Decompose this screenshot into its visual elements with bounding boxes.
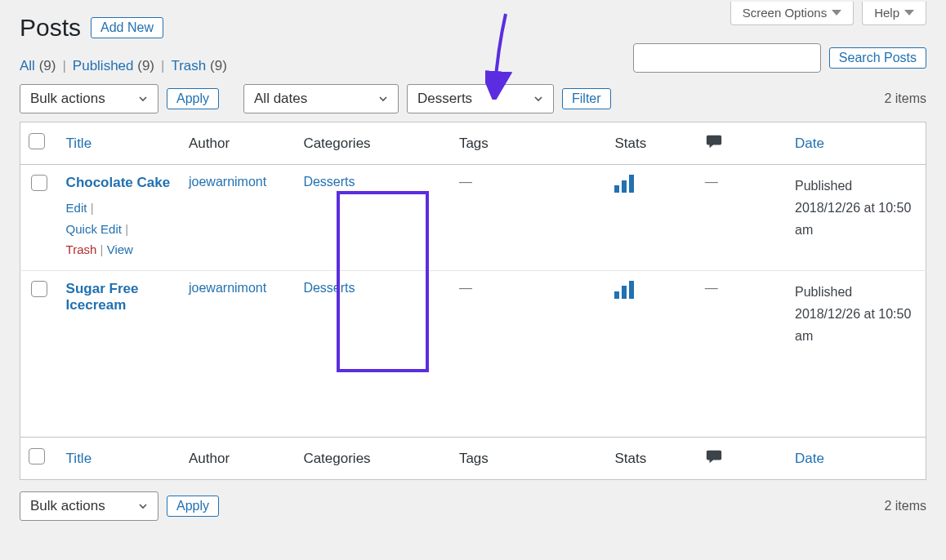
screen-options-label: Screen Options: [743, 6, 827, 20]
tags-value: —: [459, 175, 472, 189]
post-title-link[interactable]: Chocolate Cake: [66, 175, 172, 191]
tags-value: —: [459, 281, 472, 295]
col-date[interactable]: Date: [795, 136, 824, 151]
search-posts-button[interactable]: Search Posts: [829, 47, 926, 69]
select-all-checkbox[interactable]: [29, 133, 45, 149]
author-link[interactable]: joewarnimont: [189, 281, 266, 295]
category-filter-select[interactable]: Desserts: [407, 84, 554, 113]
bulk-actions-value: Bulk actions: [30, 91, 105, 107]
caret-down-icon: [832, 10, 841, 16]
col-title[interactable]: Title: [66, 136, 92, 151]
caret-down-icon: [904, 10, 914, 16]
view-published[interactable]: Published: [73, 58, 134, 73]
col-categories: Categories: [303, 136, 370, 151]
table-row: Chocolate Cake Edit | Quick Edit | Trash…: [20, 165, 926, 271]
col-tags: Tags: [459, 136, 489, 151]
col-title[interactable]: Title: [66, 451, 92, 466]
col-tags: Tags: [459, 451, 489, 466]
row-checkbox[interactable]: [31, 175, 47, 191]
bulk-actions-select[interactable]: Bulk actions: [20, 84, 158, 113]
row-actions: Edit | Quick Edit | Trash | View: [66, 198, 172, 260]
date-value: 2018/12/26 at 10:50 am: [795, 307, 911, 343]
chevron-down-icon: [377, 92, 390, 105]
post-title-link[interactable]: Sugar Free Icecream: [66, 281, 172, 313]
view-link[interactable]: View: [107, 242, 133, 256]
date-filter-value: All dates: [254, 91, 307, 107]
category-filter-value: Desserts: [417, 91, 472, 107]
col-author: Author: [189, 136, 230, 151]
posts-table: Title Author Categories Tags Stats Date …: [20, 122, 926, 480]
view-trash-count: (9): [210, 58, 227, 73]
date-value: 2018/12/26 at 10:50 am: [795, 201, 911, 237]
edit-link[interactable]: Edit: [66, 201, 87, 215]
select-all-checkbox-bottom[interactable]: [29, 448, 45, 464]
chevron-down-icon: [532, 92, 545, 105]
add-new-button[interactable]: Add New: [91, 17, 163, 38]
col-stats: Stats: [614, 136, 646, 151]
col-categories: Categories: [303, 451, 370, 466]
chevron-down-icon: [136, 92, 149, 105]
filter-button[interactable]: Filter: [562, 88, 611, 109]
category-link[interactable]: Desserts: [303, 281, 355, 295]
chevron-down-icon: [136, 500, 149, 513]
apply-button[interactable]: Apply: [167, 88, 219, 109]
quick-edit-link[interactable]: Quick Edit: [66, 222, 122, 236]
search-input[interactable]: [633, 43, 821, 73]
items-count: 2 items: [884, 91, 926, 106]
bulk-actions-select-bottom[interactable]: Bulk actions: [20, 491, 158, 521]
col-date[interactable]: Date: [795, 451, 824, 466]
date-status: Published: [795, 179, 852, 193]
comments-value: —: [705, 281, 718, 295]
comment-icon: [705, 447, 723, 465]
view-all-count: (9): [39, 58, 56, 73]
bulk-actions-value: Bulk actions: [30, 498, 105, 514]
view-published-count: (9): [137, 58, 154, 73]
date-filter-select[interactable]: All dates: [243, 84, 399, 113]
screen-options-button[interactable]: Screen Options: [730, 2, 854, 25]
page-title: Posts: [20, 14, 81, 42]
col-stats: Stats: [614, 451, 646, 466]
col-author: Author: [189, 451, 230, 466]
stats-icon[interactable]: [614, 281, 688, 299]
category-link[interactable]: Desserts: [303, 175, 355, 189]
comment-icon: [705, 132, 723, 150]
table-row: Sugar Free Icecream joewarnimont Dessert…: [20, 270, 926, 438]
view-all[interactable]: All: [20, 58, 35, 73]
date-status: Published: [795, 285, 852, 299]
trash-link[interactable]: Trash: [66, 242, 97, 256]
items-count-bottom: 2 items: [884, 499, 926, 513]
apply-button-bottom[interactable]: Apply: [167, 496, 219, 517]
view-trash[interactable]: Trash: [171, 58, 206, 73]
row-checkbox[interactable]: [31, 281, 47, 297]
help-label: Help: [874, 6, 899, 20]
author-link[interactable]: joewarnimont: [189, 175, 266, 189]
help-button[interactable]: Help: [862, 2, 926, 25]
comments-value: —: [705, 175, 718, 189]
stats-icon[interactable]: [614, 175, 688, 193]
